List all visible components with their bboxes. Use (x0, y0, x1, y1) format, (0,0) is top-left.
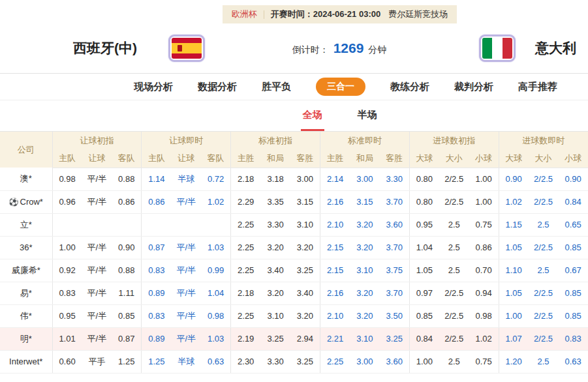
company-cell[interactable]: Interwet* (0, 350, 52, 373)
company-name: 36* (20, 242, 33, 252)
scope-tab-2[interactable]: 半场 (356, 100, 379, 131)
odds-cell: 2.5 (529, 350, 559, 373)
countdown: 倒计时： 1269 分钟 (292, 40, 387, 56)
odds-cell: 2.16 (320, 282, 350, 304)
odds-cell: 2.18 (231, 168, 261, 190)
odds-cell: 2.25 (231, 213, 261, 236)
odds-cell: 2.15 (320, 259, 350, 282)
odds-cell: 3.25 (380, 327, 410, 350)
subcolumn-header: 让球 (82, 149, 112, 168)
countdown-unit: 分钟 (368, 44, 386, 56)
odds-cell: 1.00 (469, 190, 499, 213)
odds-cell: 2.25 (231, 236, 261, 259)
company-cell[interactable]: 立* (0, 213, 52, 236)
odds-cell: 1.04 (409, 236, 439, 259)
nav-tab-1[interactable]: 现场分析 (134, 81, 173, 93)
spain-flag-icon (168, 35, 205, 62)
odds-cell: 0.83 (142, 259, 172, 282)
odds-cell: 0.95 (52, 304, 82, 327)
company-cell[interactable]: 明* (0, 327, 52, 350)
scope-tab-1[interactable]: 全场 (301, 100, 324, 131)
odds-cell: 平/半 (82, 190, 112, 213)
italy-flag (482, 38, 512, 59)
odds-cell: 0.63 (201, 350, 231, 373)
odds-cell: 平/半 (171, 282, 201, 304)
odds-cell: 0.85 (112, 304, 142, 327)
odds-cell: 0.94 (469, 282, 499, 304)
odds-cell: 2/2.5 (529, 168, 559, 190)
subcolumn-header: 和局 (260, 149, 290, 168)
odds-cell: 1.02 (469, 327, 499, 350)
company-cell[interactable]: ⚽Crow* (0, 190, 52, 213)
odds-cell: 2.5 (439, 350, 469, 373)
nav-tab-3[interactable]: 胜平负 (262, 81, 291, 93)
odds-cell: 2.19 (231, 327, 261, 350)
odds-cell: 3.20 (290, 236, 320, 259)
odds-cell: 平/半 (82, 236, 112, 259)
odds-table-head: 公司让球初指让球即时标准初指标准即时进球数初指进球数即时 主队让球客队主队让球客… (0, 132, 588, 168)
odds-cell: 3.10 (290, 213, 320, 236)
nav-tab-2[interactable]: 数据分析 (198, 81, 237, 93)
subcol-header-row: 主队让球客队主队让球客队主胜和局客胜主胜和局客胜大球大小小球大球大小小球 (0, 149, 588, 168)
nav-tab-6[interactable]: 裁判分析 (454, 81, 493, 93)
odds-cell: 3.30 (260, 213, 290, 236)
match-header: 西班牙(中) 倒计时： 1269 分钟 意大利 (0, 23, 588, 73)
company-cell[interactable]: 澳* (0, 168, 52, 190)
subcolumn-header: 客胜 (290, 149, 320, 168)
group-header: 进球数初指 (409, 132, 499, 149)
company-cell[interactable]: 36* (0, 236, 52, 259)
odds-cell: 3.70 (380, 236, 410, 259)
company-name: Crow* (20, 197, 43, 207)
odds-cell: 0.60 (52, 350, 82, 373)
home-team: 西班牙(中) (73, 35, 205, 62)
odds-cell: 2.29 (231, 190, 261, 213)
odds-cell: 3.60 (380, 213, 410, 236)
odds-cell: 0.92 (52, 259, 82, 282)
odds-cell: 2.5 (529, 259, 559, 282)
company-cell[interactable]: 伟* (0, 304, 52, 327)
kickoff-time: 开赛时间：2024-06-21 03:00 (271, 8, 380, 20)
odds-row: 明*1.01平/半0.870.89平/半1.032.193.252.942.21… (0, 327, 588, 350)
league-badge: 欧洲杯 (232, 8, 257, 20)
odds-cell: 2/2.5 (439, 304, 469, 327)
odds-cell: 3.30 (260, 350, 290, 373)
odds-cell: 0.83 (142, 304, 172, 327)
odds-cell: 2/2.5 (529, 236, 559, 259)
odds-cell: 0.83 (52, 282, 82, 304)
odds-cell: 2.30 (231, 350, 261, 373)
nav-tab-5[interactable]: 教练分析 (390, 81, 429, 93)
odds-row: 36*1.00平/半0.900.87平/半1.032.253.203.202.1… (0, 236, 588, 259)
odds-cell: 2.14 (320, 168, 350, 190)
countdown-label: 倒计时： (292, 44, 329, 56)
odds-cell: 2/2.5 (529, 190, 559, 213)
odds-cell: 1.11 (112, 282, 142, 304)
odds-cell: 0.97 (409, 282, 439, 304)
nav-tab-7[interactable]: 高手推荐 (518, 81, 557, 93)
odds-cell: 0.85 (558, 282, 588, 304)
odds-cell: 0.85 (558, 304, 588, 327)
odds-cell: 1.15 (499, 213, 529, 236)
odds-cell: 0.88 (112, 168, 142, 190)
company-cell[interactable]: 易* (0, 282, 52, 304)
subcolumn-header: 客队 (112, 149, 142, 168)
odds-cell: 1.14 (142, 168, 172, 190)
odds-cell: 2.5 (439, 213, 469, 236)
odds-cell: 1.10 (499, 259, 529, 282)
odds-cell: 0.98 (469, 304, 499, 327)
odds-cell: 1.01 (52, 327, 82, 350)
odds-cell: 3.35 (260, 190, 290, 213)
odds-cell (142, 213, 172, 236)
odds-cell: 3.40 (290, 282, 320, 304)
odds-cell: 0.90 (499, 168, 529, 190)
odds-cell: 平/半 (171, 304, 201, 327)
scope-tabs: 全场半场 (0, 100, 588, 132)
odds-cell: 半球 (171, 350, 201, 373)
subcolumn-header: 大小 (439, 149, 469, 168)
odds-cell: 1.00 (52, 236, 82, 259)
nav-tab-4[interactable]: 三合一 (316, 78, 365, 96)
odds-cell: 0.88 (112, 259, 142, 282)
company-cell[interactable]: 威廉希* (0, 259, 52, 282)
odds-cell (171, 213, 201, 236)
odds-cell: 0.96 (52, 190, 82, 213)
subcolumn-header: 大球 (409, 149, 439, 168)
